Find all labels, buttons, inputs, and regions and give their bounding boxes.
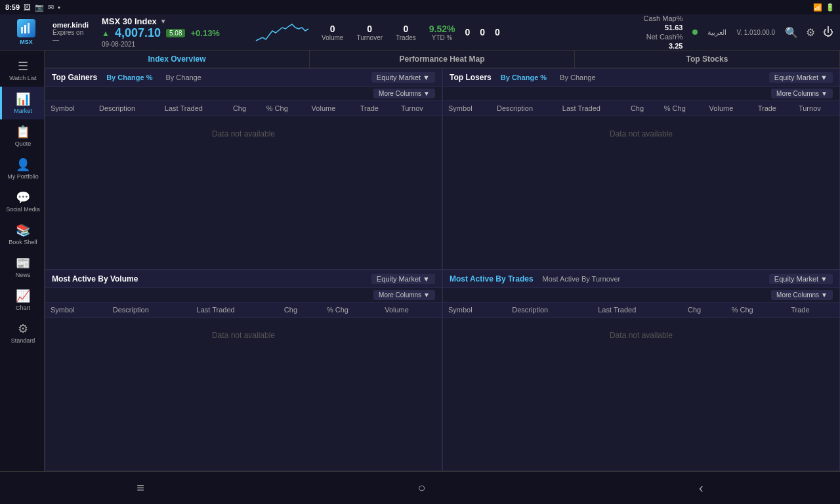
sidebar-item-chart[interactable]: 📈 Chart xyxy=(0,284,44,316)
most-active-trades-more-arrow-icon: ▼ xyxy=(821,291,828,299)
cash-info: Cash Map% 51.63 Net Cash% 3.25 xyxy=(644,14,683,50)
col-pct-chg: % Chg xyxy=(322,303,379,318)
sidebar-item-news[interactable]: 📰 News xyxy=(0,251,44,284)
ytd-label: YTD % xyxy=(432,34,453,41)
sidebar-item-market[interactable]: 📊 Market xyxy=(0,87,44,119)
sidebar-item-watch-list[interactable]: ☰ Watch List xyxy=(0,54,44,87)
turnover-stat: 0 Turnover xyxy=(356,24,383,41)
market-icon: 📊 xyxy=(16,92,30,106)
sidebar-item-book-shelf[interactable]: 📚 Book Shelf xyxy=(0,218,44,251)
top-losers-tab-change-pct[interactable]: By Change % xyxy=(497,72,551,83)
top-losers-table-container: Symbol Description Last Traded Chg % Chg… xyxy=(443,101,839,269)
language-button[interactable]: العربية xyxy=(707,28,726,37)
section-index-overview[interactable]: Index Overview xyxy=(45,51,310,68)
index-date: 09-08-2021 xyxy=(102,41,246,48)
status-icons-right: 📶 🔋 xyxy=(813,3,835,12)
most-active-trades-market-arrow-icon: ▼ xyxy=(820,275,828,283)
video-icon: 📷 xyxy=(35,3,44,12)
top-losers-market-selector[interactable]: Equity Market ▼ xyxy=(769,72,833,83)
logo-area: MSX xyxy=(7,19,46,45)
most-active-trades-no-data: Data not available xyxy=(443,318,839,353)
most-active-trades-panel: Most Active By Trades Most Active By Tur… xyxy=(442,270,840,471)
top-gainers-table: Symbol Description Last Traded Chg % Chg… xyxy=(45,101,442,116)
top-gainers-tab-change[interactable]: By Change xyxy=(161,72,205,83)
header-right: Cash Map% 51.63 Net Cash% 3.25 العربية V… xyxy=(644,14,834,50)
top-losers-more-columns[interactable]: More Columns ▼ xyxy=(771,89,833,98)
net-cash-label: Net Cash% xyxy=(646,33,683,41)
search-icon[interactable]: 🔍 xyxy=(785,26,798,39)
sidebar-item-portfolio[interactable]: 👤 My Portfolio xyxy=(0,152,44,185)
index-dropdown-arrow[interactable]: ▼ xyxy=(160,18,167,25)
header-icons: 🔍 ⚙ ⏻ xyxy=(785,26,833,39)
volume-label: Volume xyxy=(322,34,343,41)
power-icon[interactable]: ⏻ xyxy=(823,26,833,38)
sections-row: Index Overview Performance Heat Map Top … xyxy=(45,51,840,68)
col-last-traded: Last Traded xyxy=(593,303,682,318)
svg-rect-1 xyxy=(24,25,26,33)
mini-chart xyxy=(253,21,312,44)
most-active-volume-market-selector[interactable]: Equity Market ▼ xyxy=(371,274,435,284)
section-top-stocks[interactable]: Top Stocks xyxy=(575,51,840,68)
col-volume: Volume xyxy=(306,101,355,116)
col-chg: Chg xyxy=(279,303,322,318)
bottom-home-button[interactable]: ○ xyxy=(398,474,445,502)
logo-text: MSX xyxy=(20,39,33,45)
settings-icon[interactable]: ⚙ xyxy=(806,26,815,39)
top-gainers-market-selector[interactable]: Equity Market ▼ xyxy=(371,72,435,83)
volume-stat: 0 Volume xyxy=(322,24,343,41)
svg-rect-2 xyxy=(28,23,30,33)
col-symbol: Symbol xyxy=(45,303,108,318)
most-active-volume-table-container: Symbol Description Last Traded Chg % Chg… xyxy=(45,303,442,471)
col-description: Description xyxy=(507,303,593,318)
sidebar-item-quote[interactable]: 📋 Quote xyxy=(0,119,44,152)
bottom-menu-button[interactable]: ≡ xyxy=(117,474,164,502)
col-trade: Trade xyxy=(753,101,793,116)
photo-icon: 🖼 xyxy=(24,3,31,11)
top-gainers-tab-change-pct[interactable]: By Change % xyxy=(102,72,156,83)
most-active-trades-header: Most Active By Trades Most Active By Tur… xyxy=(443,270,839,288)
section-performance-heat-map[interactable]: Performance Heat Map xyxy=(310,51,575,68)
volume-value: 0 xyxy=(330,24,335,34)
top-gainers-no-data: Data not available xyxy=(45,116,442,152)
book-shelf-icon: 📚 xyxy=(16,223,30,238)
version-text: V. 1.010.00.0 xyxy=(736,29,775,36)
sidebar-label-book-shelf: Book Shelf xyxy=(9,239,37,245)
top-losers-tab-change[interactable]: By Change xyxy=(556,72,599,83)
index-change-badge: 5.08 xyxy=(166,29,185,37)
most-active-trades-market-selector[interactable]: Equity Market ▼ xyxy=(769,274,833,284)
col-last-traded: Last Traded xyxy=(159,101,228,116)
top-losers-market-arrow-icon: ▼ xyxy=(820,74,828,81)
wifi-icon: 📶 xyxy=(813,3,822,12)
most-active-volume-panel: Most Active By Volume Equity Market ▼ Mo… xyxy=(45,270,442,471)
top-losers-no-data: Data not available xyxy=(443,116,839,152)
col-symbol: Symbol xyxy=(443,101,492,116)
bottom-nav: ≡ ○ ‹ xyxy=(0,471,840,504)
content-area: Index Overview Performance Heat Map Top … xyxy=(45,51,840,471)
most-active-volume-more-arrow-icon: ▼ xyxy=(423,291,430,299)
trades-value: 0 xyxy=(404,24,409,34)
trades-label: Trades xyxy=(396,34,416,41)
standard-icon: ⚙ xyxy=(18,322,28,336)
sidebar-item-standard[interactable]: ⚙ Standard xyxy=(0,316,44,349)
bottom-back-button[interactable]: ‹ xyxy=(679,474,723,502)
most-active-volume-more-columns[interactable]: More Columns ▼ xyxy=(373,290,435,300)
sidebar-label-watch-list: Watch List xyxy=(9,75,37,81)
svg-rect-0 xyxy=(21,27,23,33)
most-active-volume-table: Symbol Description Last Traded Chg % Chg… xyxy=(45,303,442,318)
most-active-volume-header: Most Active By Volume Equity Market ▼ xyxy=(45,270,442,288)
most-active-trades-title: Most Active By Trades xyxy=(450,274,534,284)
most-active-turnover-tab[interactable]: Most Active By Turnover xyxy=(539,274,625,284)
portfolio-icon: 👤 xyxy=(16,158,30,172)
top-gainers-more-columns[interactable]: More Columns ▼ xyxy=(373,89,435,98)
top-losers-title: Top Losers xyxy=(450,73,492,82)
turnover-value: 0 xyxy=(367,24,372,34)
extra-stat-3: 0 xyxy=(495,27,500,37)
col-description: Description xyxy=(492,101,557,116)
most-active-trades-more-columns[interactable]: More Columns ▼ xyxy=(771,290,833,300)
sidebar-item-social-media[interactable]: 💬 Social Media xyxy=(0,185,44,218)
most-active-trades-subheader: More Columns ▼ xyxy=(443,288,839,303)
top-gainers-header: Top Gainers By Change % By Change Equity… xyxy=(45,69,442,87)
most-active-volume-subheader: More Columns ▼ xyxy=(45,288,442,303)
extra-stat-1: 0 xyxy=(465,27,471,37)
most-active-volume-market-arrow-icon: ▼ xyxy=(423,275,430,283)
